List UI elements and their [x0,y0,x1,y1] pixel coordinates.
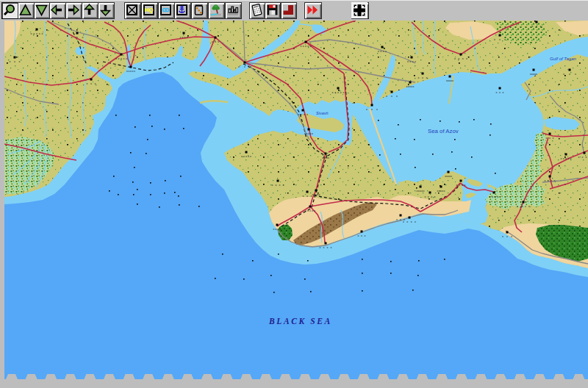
svg-text:xxx: xxx [358,234,366,237]
svg-text:Sivash: Sivash [316,111,329,115]
svg-text:BLACK SEA: BLACK SEA [268,317,332,326]
svg-text:Gulf of Tagan: Gulf of Tagan [550,57,576,61]
svg-text:xxxxx: xxxxx [126,70,135,73]
svg-text:HQ: HQ [145,7,154,13]
svg-text:xxxx: xxxx [407,60,416,63]
svg-text:xxxxx: xxxxx [241,155,251,158]
svg-text:xxx: xxx [546,137,554,140]
svg-text:xxxxx: xxxxx [417,190,425,193]
svg-text:xxxxx: xxxxx [305,209,315,212]
svg-text:xxxx: xxxx [273,228,282,231]
svg-text:xxxxx: xxxxx [530,73,537,76]
svg-text:xxxx: xxxx [378,50,387,53]
svg-text:xxx: xxx [212,40,219,43]
svg-text:xxxxx: xxxxx [304,132,313,135]
svg-text:xxxxx: xxxxx [445,175,452,178]
svg-text:xxxxx: xxxxx [406,85,415,88]
svg-text:xxx: xxx [496,91,504,94]
svg-text:xxxxx: xxxxx [437,190,445,193]
svg-text:xxxxx: xxxxx [322,157,329,159]
svg-text:xxxxx: xxxxx [312,193,320,196]
svg-text:xxxx: xxxx [180,36,188,39]
svg-text:Sea of Azov: Sea of Azov [428,128,459,134]
svg-text:xxxxx: xxxxx [446,79,453,82]
